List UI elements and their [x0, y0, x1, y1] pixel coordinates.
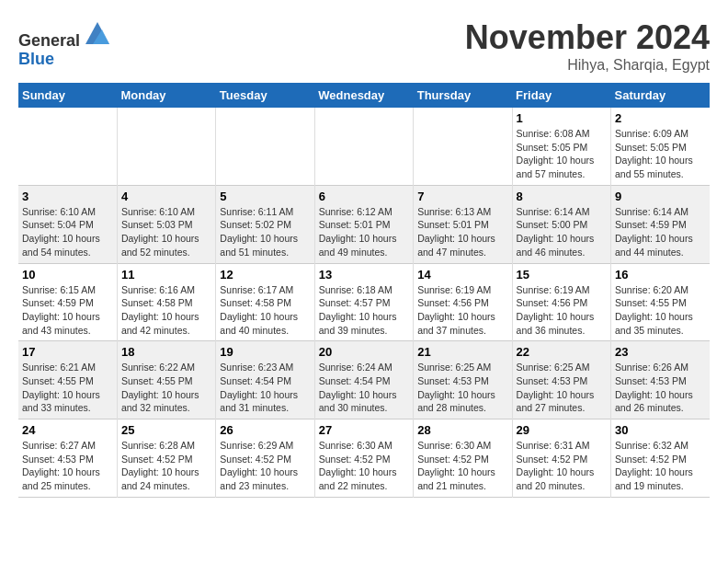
day-number: 6 [319, 190, 409, 203]
day-info: Sunrise: 6:14 AM Sunset: 4:59 PM Dayligh… [615, 205, 706, 259]
week-row-5: 24Sunrise: 6:27 AM Sunset: 4:53 PM Dayli… [18, 419, 710, 498]
day-number: 29 [517, 423, 607, 437]
day-number: 7 [417, 190, 507, 203]
day-number: 22 [517, 345, 607, 359]
day-cell: 25Sunrise: 6:28 AM Sunset: 4:52 PM Dayli… [117, 419, 215, 498]
day-cell: 5Sunrise: 6:11 AM Sunset: 5:02 PM Daylig… [216, 185, 314, 263]
day-info: Sunrise: 6:27 AM Sunset: 4:53 PM Dayligh… [22, 439, 113, 493]
weekday-header-sunday: Sunday [18, 83, 117, 108]
day-cell: 7Sunrise: 6:13 AM Sunset: 5:01 PM Daylig… [414, 185, 512, 263]
week-row-3: 10Sunrise: 6:15 AM Sunset: 4:59 PM Dayli… [18, 263, 710, 341]
day-cell: 26Sunrise: 6:29 AM Sunset: 4:52 PM Dayli… [216, 419, 314, 498]
logo-general: General [18, 31, 80, 50]
day-info: Sunrise: 6:16 AM Sunset: 4:58 PM Dayligh… [121, 283, 211, 338]
day-number: 4 [121, 190, 211, 203]
day-cell: 11Sunrise: 6:16 AM Sunset: 4:58 PM Dayli… [117, 263, 215, 341]
day-info: Sunrise: 6:23 AM Sunset: 4:54 PM Dayligh… [220, 361, 310, 415]
day-number: 20 [319, 345, 409, 359]
day-cell [117, 108, 215, 185]
day-number: 21 [417, 345, 507, 359]
day-number: 24 [22, 423, 113, 437]
weekday-header-monday: Monday [117, 83, 215, 108]
day-info: Sunrise: 6:21 AM Sunset: 4:55 PM Dayligh… [22, 361, 113, 415]
day-number: 3 [22, 190, 113, 203]
day-info: Sunrise: 6:30 AM Sunset: 4:52 PM Dayligh… [319, 439, 409, 493]
day-number: 11 [121, 268, 211, 282]
day-info: Sunrise: 6:25 AM Sunset: 4:53 PM Dayligh… [517, 361, 607, 415]
day-number: 5 [220, 190, 310, 203]
day-cell: 9Sunrise: 6:14 AM Sunset: 4:59 PM Daylig… [611, 185, 710, 263]
logo-blue: Blue [18, 50, 54, 68]
day-cell: 18Sunrise: 6:22 AM Sunset: 4:55 PM Dayli… [117, 341, 215, 419]
weekday-header-saturday: Saturday [611, 83, 710, 108]
day-number: 25 [121, 423, 211, 437]
day-info: Sunrise: 6:11 AM Sunset: 5:02 PM Dayligh… [220, 205, 310, 259]
weekday-header-friday: Friday [512, 83, 610, 108]
day-info: Sunrise: 6:19 AM Sunset: 4:56 PM Dayligh… [517, 283, 607, 338]
day-info: Sunrise: 6:30 AM Sunset: 4:52 PM Dayligh… [417, 439, 507, 493]
day-cell [216, 108, 314, 185]
day-cell: 16Sunrise: 6:20 AM Sunset: 4:55 PM Dayli… [611, 263, 710, 341]
page-header: General Blue November 2024 Hihya, Sharqi… [18, 18, 710, 74]
day-cell: 2Sunrise: 6:09 AM Sunset: 5:05 PM Daylig… [611, 108, 710, 185]
day-number: 15 [517, 268, 607, 282]
weekday-header-row: SundayMondayTuesdayWednesdayThursdayFrid… [18, 83, 710, 108]
day-number: 26 [220, 423, 310, 437]
day-number: 14 [417, 268, 507, 282]
week-row-1: 1Sunrise: 6:08 AM Sunset: 5:05 PM Daylig… [18, 108, 710, 185]
day-cell: 19Sunrise: 6:23 AM Sunset: 4:54 PM Dayli… [216, 341, 314, 419]
day-number: 19 [220, 345, 310, 359]
day-number: 23 [615, 345, 706, 359]
day-cell: 21Sunrise: 6:25 AM Sunset: 4:53 PM Dayli… [414, 341, 512, 419]
day-cell: 10Sunrise: 6:15 AM Sunset: 4:59 PM Dayli… [18, 263, 117, 341]
day-info: Sunrise: 6:25 AM Sunset: 4:53 PM Dayligh… [417, 361, 507, 415]
logo: General Blue [18, 18, 111, 69]
day-info: Sunrise: 6:20 AM Sunset: 4:55 PM Dayligh… [615, 283, 706, 338]
day-cell: 22Sunrise: 6:25 AM Sunset: 4:53 PM Dayli… [512, 341, 610, 419]
location: Hihya, Sharqia, Egypt [465, 57, 710, 74]
day-cell: 20Sunrise: 6:24 AM Sunset: 4:54 PM Dayli… [314, 341, 413, 419]
day-info: Sunrise: 6:14 AM Sunset: 5:00 PM Dayligh… [517, 205, 607, 259]
day-number: 30 [615, 423, 706, 437]
day-info: Sunrise: 6:12 AM Sunset: 5:01 PM Dayligh… [319, 205, 409, 259]
day-cell: 14Sunrise: 6:19 AM Sunset: 4:56 PM Dayli… [414, 263, 512, 341]
day-info: Sunrise: 6:31 AM Sunset: 4:52 PM Dayligh… [517, 439, 607, 493]
logo-icon [84, 18, 111, 46]
day-cell: 30Sunrise: 6:32 AM Sunset: 4:52 PM Dayli… [611, 419, 710, 498]
day-info: Sunrise: 6:19 AM Sunset: 4:56 PM Dayligh… [417, 283, 507, 338]
day-number: 10 [22, 268, 113, 282]
day-cell: 12Sunrise: 6:17 AM Sunset: 4:58 PM Dayli… [216, 263, 314, 341]
day-info: Sunrise: 6:29 AM Sunset: 4:52 PM Dayligh… [220, 439, 310, 493]
calendar-table: SundayMondayTuesdayWednesdayThursdayFrid… [18, 83, 710, 498]
day-number: 2 [615, 111, 706, 125]
day-info: Sunrise: 6:10 AM Sunset: 5:04 PM Dayligh… [22, 205, 113, 259]
day-number: 18 [121, 345, 211, 359]
day-number: 8 [517, 190, 607, 203]
day-cell: 15Sunrise: 6:19 AM Sunset: 4:56 PM Dayli… [512, 263, 610, 341]
day-cell: 13Sunrise: 6:18 AM Sunset: 4:57 PM Dayli… [314, 263, 413, 341]
day-cell: 23Sunrise: 6:26 AM Sunset: 4:53 PM Dayli… [611, 341, 710, 419]
day-number: 12 [220, 268, 310, 282]
week-row-2: 3Sunrise: 6:10 AM Sunset: 5:04 PM Daylig… [18, 185, 710, 263]
day-cell: 17Sunrise: 6:21 AM Sunset: 4:55 PM Dayli… [18, 341, 117, 419]
day-info: Sunrise: 6:32 AM Sunset: 4:52 PM Dayligh… [615, 439, 706, 493]
weekday-header-wednesday: Wednesday [314, 83, 413, 108]
title-block: November 2024 Hihya, Sharqia, Egypt [465, 18, 710, 74]
day-cell [18, 108, 117, 185]
day-number: 16 [615, 268, 706, 282]
day-info: Sunrise: 6:09 AM Sunset: 5:05 PM Dayligh… [615, 127, 706, 181]
week-row-4: 17Sunrise: 6:21 AM Sunset: 4:55 PM Dayli… [18, 341, 710, 419]
day-cell: 4Sunrise: 6:10 AM Sunset: 5:03 PM Daylig… [117, 185, 215, 263]
day-number: 17 [22, 345, 113, 359]
day-info: Sunrise: 6:13 AM Sunset: 5:01 PM Dayligh… [417, 205, 507, 259]
day-cell: 24Sunrise: 6:27 AM Sunset: 4:53 PM Dayli… [18, 419, 117, 498]
weekday-header-tuesday: Tuesday [216, 83, 314, 108]
weekday-header-thursday: Thursday [414, 83, 512, 108]
day-number: 27 [319, 423, 409, 437]
day-cell: 3Sunrise: 6:10 AM Sunset: 5:04 PM Daylig… [18, 185, 117, 263]
day-info: Sunrise: 6:08 AM Sunset: 5:05 PM Dayligh… [517, 127, 607, 181]
day-info: Sunrise: 6:26 AM Sunset: 4:53 PM Dayligh… [615, 361, 706, 415]
day-cell: 28Sunrise: 6:30 AM Sunset: 4:52 PM Dayli… [414, 419, 512, 498]
day-number: 13 [319, 268, 409, 282]
day-info: Sunrise: 6:15 AM Sunset: 4:59 PM Dayligh… [22, 283, 113, 338]
